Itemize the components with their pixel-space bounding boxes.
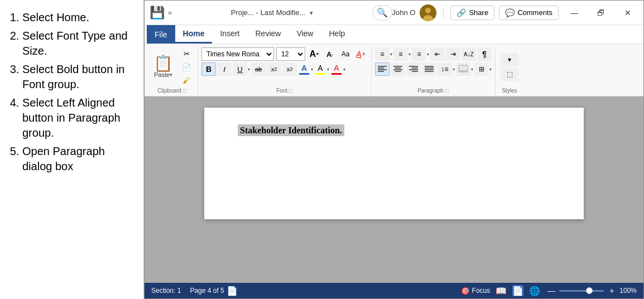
tab-help[interactable]: Help: [321, 25, 353, 44]
status-bar: Section: 1 Page 4 of 5 📄 🎯 Focus 📖 📄 🌐 —: [145, 283, 643, 298]
font-expand-icon[interactable]: ⬚: [289, 88, 293, 93]
format-row: B I U ▾ ab x2 x2 A ▾: [201, 62, 368, 76]
cut-button[interactable]: ✂: [179, 47, 194, 60]
focus-status[interactable]: 🎯 Focus: [461, 287, 491, 295]
decrease-indent-button[interactable]: ⇤: [430, 47, 445, 61]
bullets-button[interactable]: ≡: [375, 47, 390, 61]
styles-expand-button[interactable]: ⬚: [501, 67, 518, 81]
paragraph-row-2: ↕≡ ▾ ▾ ⊞: [375, 62, 492, 76]
page-icon[interactable]: 📄: [227, 286, 238, 296]
font-color-dropdown[interactable]: ▾: [311, 67, 313, 72]
styles-dropdown-button[interactable]: ▾: [501, 53, 518, 66]
svg-rect-20: [459, 70, 468, 72]
paste-button[interactable]: 📋 Paste ▾: [150, 54, 176, 80]
shading-button[interactable]: [456, 62, 470, 76]
multilevel-list-button[interactable]: ≡: [412, 47, 426, 61]
numbering-button[interactable]: ≡: [393, 47, 408, 61]
paragraph-row-1: ≡ ▾ ≡ ▾ ≡ ▾ ⇤ ⇥ A↓Z ¶: [375, 47, 492, 61]
line-spacing-dropdown[interactable]: ▾: [453, 67, 455, 72]
sort-button[interactable]: A↓Z: [462, 47, 476, 61]
tab-home[interactable]: Home: [175, 25, 213, 44]
superscript-button[interactable]: x2: [282, 62, 297, 76]
quick-access-chevron[interactable]: »: [168, 8, 172, 17]
font-color-button[interactable]: A: [298, 63, 310, 75]
share-button[interactable]: 🔗 Share: [450, 6, 494, 20]
underline-dropdown[interactable]: ▾: [248, 67, 250, 72]
user-avatar: [420, 4, 436, 21]
text-color-button[interactable]: A: [330, 63, 343, 75]
comments-button[interactable]: 💬 Comments: [499, 6, 559, 20]
paragraph-group: ≡ ▾ ≡ ▾ ≡ ▾ ⇤ ⇥ A↓Z ¶: [372, 46, 496, 96]
word-body: Stakeholder Identification. Section: 1 P…: [145, 97, 643, 298]
tab-file[interactable]: File: [147, 25, 175, 44]
change-case-button[interactable]: Aa: [339, 47, 352, 61]
instruction-1: Select Home.: [22, 10, 134, 25]
numbering-dropdown[interactable]: ▾: [408, 52, 411, 57]
tab-insert[interactable]: Insert: [212, 25, 247, 44]
strikethrough-button[interactable]: ab: [251, 62, 266, 76]
minimize-button[interactable]: —: [563, 4, 585, 22]
title-bar: 💾 » Proje... - Last Modifie... ▾ 🔍 John …: [145, 1, 643, 25]
search-button[interactable]: 🔍: [372, 5, 392, 21]
zoom-track[interactable]: [559, 290, 604, 292]
clear-formatting-button[interactable]: A ✕: [354, 47, 368, 61]
close-button[interactable]: ✕: [617, 4, 639, 22]
tab-review[interactable]: Review: [247, 25, 289, 44]
title-dropdown-arrow[interactable]: ▾: [310, 9, 313, 16]
line-spacing-button[interactable]: ↕≡: [438, 62, 452, 76]
clipboard-group-content: 📋 Paste ▾ ✂ 📄 🖌: [150, 47, 194, 86]
user-name: John O: [392, 8, 416, 17]
save-icon[interactable]: 💾: [149, 5, 165, 21]
borders-dropdown[interactable]: ▾: [489, 67, 492, 72]
text-color-dropdown[interactable]: ▾: [343, 67, 345, 72]
increase-indent-button[interactable]: ⇥: [446, 47, 460, 61]
align-center-button[interactable]: [391, 62, 405, 76]
font-label: Font ⬚: [201, 86, 368, 95]
align-right-button[interactable]: [406, 62, 421, 76]
copy-button[interactable]: 📄: [179, 61, 194, 73]
clipboard-expand-icon[interactable]: ⬚: [182, 88, 187, 93]
underline-button[interactable]: U: [233, 62, 247, 76]
shading-dropdown[interactable]: ▾: [471, 67, 473, 72]
clipboard-side: ✂ 📄 🖌: [179, 47, 194, 86]
instruction-panel: Select Home. Select Font Type and Size. …: [0, 0, 144, 299]
bold-button[interactable]: B: [201, 62, 216, 76]
font-family-select[interactable]: Times New Roma Arial Calibri: [201, 47, 274, 61]
restore-button[interactable]: 🗗: [590, 4, 612, 22]
align-left-button[interactable]: [375, 62, 390, 76]
zoom-thumb[interactable]: [586, 287, 593, 294]
zoom-in-button[interactable]: +: [606, 285, 617, 296]
bullets-dropdown[interactable]: ▾: [390, 52, 392, 57]
font-group: Times New Roma Arial Calibri 12 10 14 16…: [198, 46, 372, 96]
search-icon: 🔍: [377, 7, 388, 18]
multilevel-dropdown[interactable]: ▾: [427, 52, 429, 57]
format-painter-button[interactable]: 🖌: [179, 74, 194, 86]
read-mode-icon[interactable]: 📖: [496, 285, 507, 296]
tab-view[interactable]: View: [289, 25, 321, 44]
document-heading: Stakeholder Identification.: [238, 124, 344, 136]
paragraph-expand-icon[interactable]: ⬚: [445, 88, 449, 93]
shrink-font-button[interactable]: A-: [323, 47, 337, 61]
grow-font-button[interactable]: A+: [307, 47, 321, 61]
web-layout-icon[interactable]: 🌐: [529, 285, 540, 296]
ribbon-tabs: File Home Insert Review View Help: [145, 25, 643, 44]
borders-button[interactable]: ⊞: [474, 62, 489, 76]
highlight-color-dropdown[interactable]: ▾: [327, 67, 329, 72]
print-layout-icon[interactable]: 📄: [512, 285, 523, 296]
instruction-5: Open Paragraph dialog box: [22, 144, 134, 174]
status-bar-right: 🎯 Focus 📖 📄 🌐 — + 100%: [461, 285, 637, 296]
justify-button[interactable]: [422, 62, 436, 76]
paste-dropdown-arrow[interactable]: ▾: [170, 72, 172, 78]
styles-content: ▾ ⬚: [501, 47, 518, 86]
document-title: Proje... - Last Modifie... ▾: [176, 8, 367, 17]
zoom-out-button[interactable]: —: [546, 285, 557, 296]
highlight-color-button[interactable]: A: [314, 63, 326, 75]
subscript-button[interactable]: x2: [267, 62, 281, 76]
paragraph-group-content: ≡ ▾ ≡ ▾ ≡ ▾ ⇤ ⇥ A↓Z ¶: [375, 47, 492, 76]
italic-button[interactable]: I: [217, 62, 232, 76]
comments-icon: 💬: [505, 8, 515, 17]
show-marks-button[interactable]: ¶: [477, 47, 492, 61]
clipboard-group: 📋 Paste ▾ ✂ 📄 🖌 Clipboard ⬚: [147, 46, 198, 96]
ribbon: 📋 Paste ▾ ✂ 📄 🖌 Clipboard ⬚: [145, 44, 643, 97]
font-size-select[interactable]: 12 10 14 16: [276, 47, 305, 61]
